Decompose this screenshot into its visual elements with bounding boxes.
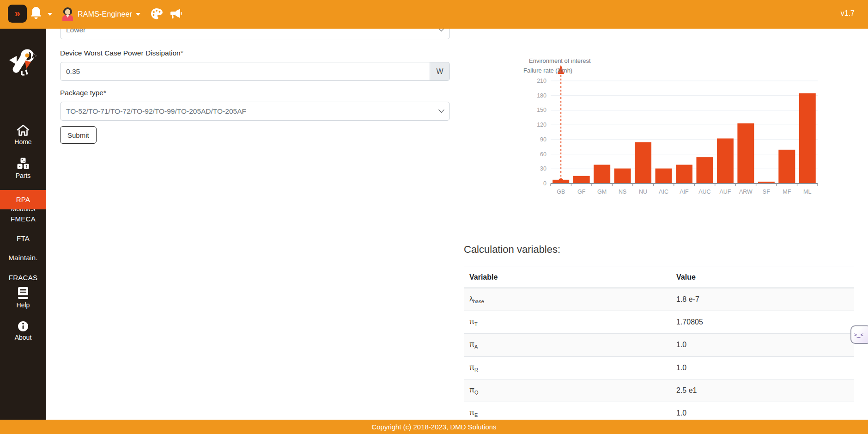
bar-chart-canvas: 0306090120150180210GBGFGMNSNUAICAIFAUCAU… (476, 55, 836, 198)
package-type-select[interactable]: TO-52/TO-71/TO-72/TO-92/TO-99/TO-205AD/T… (60, 102, 450, 121)
svg-text:0: 0 (543, 180, 546, 187)
svg-text:210: 210 (537, 78, 546, 84)
table-row: πA 1.0 (464, 334, 854, 356)
home-icon (0, 124, 46, 136)
sidebar-item-home[interactable]: Home (0, 124, 46, 146)
main-content: Lower Device Worst Case Power Dissipatio… (46, 0, 868, 420)
copyright-label: Copyright (c) 2018-2023, DMD Solutions (371, 423, 496, 431)
power-dissipation-input[interactable] (60, 62, 430, 81)
col-header-value: Value (671, 267, 854, 288)
sidebar-nav: Home Parts (0, 29, 46, 420)
svg-text:60: 60 (540, 151, 546, 158)
svg-text:ML: ML (803, 189, 811, 195)
svg-text:AIF: AIF (680, 189, 689, 195)
sidebar-item-parts[interactable]: Parts (0, 157, 46, 179)
power-dissipation-group: W (60, 62, 450, 81)
svg-text:AUF: AUF (719, 189, 731, 195)
table-row: λbase 1.8 e-7 (464, 288, 854, 311)
svg-text:AIC: AIC (659, 189, 668, 195)
failure-rate-chart: Environment of interest Failure rate (λ/… (476, 55, 836, 198)
table-row: πR 1.0 (464, 356, 854, 379)
bell-icon (30, 6, 42, 23)
calc-variables-table: Variable Value λbase 1.8 e-7 πT 1.70805 … (464, 267, 854, 424)
sidebar-item-about[interactable]: About (0, 321, 46, 341)
app-logo-bird-icon (8, 46, 38, 77)
svg-text:MF: MF (783, 189, 791, 195)
user-menu-dropdown[interactable]: RAMS-Engineer (61, 6, 140, 23)
svg-text:90: 90 (540, 136, 546, 143)
power-dissipation-label: Device Worst Case Power Dissipation* (60, 49, 183, 57)
assistant-widget-button[interactable]: >‿< (850, 325, 868, 344)
megaphone-icon (169, 14, 182, 21)
sidebar-item-maintain[interactable]: Maintain. (0, 254, 46, 262)
footer-bar: Copyright (c) 2018-2023, DMD Solutions (0, 420, 868, 434)
chart-title: Environment of interest (529, 57, 591, 64)
sidebar-item-fracas[interactable]: FRACAS (0, 274, 46, 281)
user-avatar (61, 7, 74, 21)
svg-text:NS: NS (619, 189, 626, 195)
cubes-icon (0, 157, 46, 170)
package-type-label: Package type* (60, 89, 106, 97)
svg-text:150: 150 (537, 107, 546, 113)
svg-text:180: 180 (537, 92, 546, 99)
sidebar-item-fta[interactable]: FTA (0, 234, 46, 242)
svg-text:SF: SF (763, 189, 770, 195)
book-icon (0, 287, 46, 300)
svg-text:120: 120 (537, 122, 546, 128)
svg-text:GB: GB (557, 189, 565, 195)
svg-text:GM: GM (597, 189, 607, 195)
chevron-down-icon (48, 13, 52, 16)
chevron-down-icon (136, 13, 140, 16)
svg-text:NU: NU (639, 189, 647, 195)
widget-face-icon: >‿< (854, 332, 863, 337)
svg-text:GF: GF (577, 189, 586, 195)
table-row: πT 1.70805 (464, 311, 854, 334)
top-header-bar: » RAMS-Engineer (0, 0, 868, 29)
svg-text:AUC: AUC (698, 189, 710, 195)
info-icon (0, 321, 46, 332)
svg-text:30: 30 (540, 165, 546, 172)
chart-ylabel: Failure rate (λ/mh) (523, 67, 572, 74)
col-header-variable: Variable (464, 267, 671, 288)
watt-unit-addon: W (430, 62, 450, 81)
username-label: RAMS-Engineer (78, 10, 132, 18)
sidebar-item-fmeca[interactable]: FMECA (0, 215, 46, 223)
calc-heading: Calculation variables: (464, 244, 854, 256)
table-row: πQ 2.5 e1 (464, 379, 854, 402)
notifications-dropdown[interactable] (30, 6, 54, 23)
sidebar-collapse-button[interactable]: » (8, 5, 27, 23)
theme-palette-button[interactable] (149, 6, 164, 22)
announcements-button[interactable] (168, 6, 183, 22)
app-version-label: v1.7 (841, 9, 855, 18)
palette-icon (151, 14, 163, 21)
svg-text:ARW: ARW (739, 189, 753, 195)
sidebar-item-help[interactable]: Help (0, 287, 46, 309)
sidebar-item-rpa[interactable]: RPA (0, 190, 46, 209)
calculation-variables-section: Calculation variables: Variable Value λb… (464, 244, 854, 424)
submit-button[interactable]: Submit (60, 126, 97, 144)
